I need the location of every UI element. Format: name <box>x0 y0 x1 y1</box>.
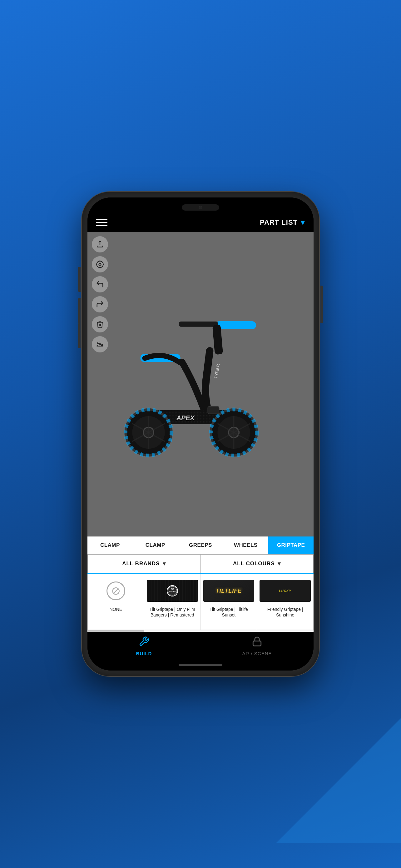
svg-rect-11 <box>179 321 218 327</box>
redo-button[interactable] <box>92 296 108 312</box>
tab-clamp2[interactable]: CLAMP <box>133 536 178 554</box>
hamburger-line-3 <box>96 225 107 226</box>
friendly-brand-text: LUCKY <box>279 589 291 593</box>
product-tilt-film-image-area: TILT SCOOTERS <box>147 578 198 603</box>
hamburger-line-1 <box>96 219 107 220</box>
home-indicator <box>179 664 222 666</box>
svg-text:APEX: APEX <box>176 414 195 422</box>
tilt-film-badge: TILT SCOOTERS <box>167 585 178 596</box>
part-list-label: PART LIST <box>260 218 298 226</box>
parts-tabs: CLAMP CLAMP GREEPS WHEELS GRIPTAPE <box>88 536 313 554</box>
target-button[interactable] <box>92 256 108 273</box>
phone-device: PART LIST ▾ <box>82 192 319 676</box>
friendly-image: LUCKY <box>260 580 311 602</box>
svg-rect-9 <box>215 321 256 329</box>
part-list-chevron: ▾ <box>301 218 305 227</box>
scroll-thumb <box>88 630 144 631</box>
tab-greeps[interactable]: GREEPS <box>178 536 223 554</box>
bottom-navigation: BUILD AR / SCENE <box>88 632 313 659</box>
svg-point-1 <box>99 264 101 266</box>
tab-clamp1[interactable]: CLAMP <box>88 536 133 554</box>
camera-dot <box>199 206 202 209</box>
share-button[interactable] <box>92 236 108 252</box>
product-tilt-sunset-image-area: TILTLIFE <box>203 578 255 603</box>
hamburger-line-2 <box>96 222 107 223</box>
tiltlife-brand-text: TILTLIFE <box>216 588 242 594</box>
scroll-track <box>88 630 313 631</box>
part-list-button[interactable]: PART LIST ▾ <box>260 218 305 227</box>
tilt-sunset-image: TILTLIFE <box>203 580 255 602</box>
scale-button[interactable] <box>92 336 108 352</box>
nav-ar-scene[interactable]: AR / SCENE <box>201 636 313 656</box>
product-tilt-sunset[interactable]: TILTLIFE Tilt Griptape | Tiltlife Sunset <box>201 574 257 630</box>
product-friendly-image-area: LUCKY <box>260 578 311 603</box>
svg-rect-27 <box>208 406 219 414</box>
product-none-image-area: ⊘ <box>90 578 141 603</box>
product-none[interactable]: ⊘ NONE <box>88 574 144 630</box>
brands-chevron-icon: ▾ <box>163 560 166 567</box>
notch-pill <box>182 204 219 211</box>
scooter-viewport[interactable]: APEX TYPE R <box>88 232 313 536</box>
nav-build[interactable]: BUILD <box>88 636 201 656</box>
none-icon: ⊘ <box>106 582 125 600</box>
product-none-label: NONE <box>110 607 122 612</box>
tab-griptape[interactable]: GRIPTAPE <box>268 536 313 554</box>
svg-text:SCOOTERS: SCOOTERS <box>169 591 176 592</box>
phone-screen: PART LIST ▾ <box>88 197 313 671</box>
colours-chevron-icon: ▾ <box>278 560 281 567</box>
filter-row: ALL BRANDS ▾ ALL COLOURS ▾ <box>88 554 313 574</box>
build-icon <box>139 636 149 649</box>
scooter-image: APEX TYPE R <box>88 232 313 536</box>
product-tilt-film[interactable]: TILT SCOOTERS Tilt Griptape | Only Film … <box>144 574 201 630</box>
svg-text:TILT: TILT <box>171 588 174 590</box>
svg-rect-37 <box>253 641 261 646</box>
page-wrapper: PART LIST ▾ <box>0 0 401 868</box>
undo-button[interactable] <box>92 276 108 292</box>
brands-filter-label: ALL BRANDS <box>122 561 160 567</box>
product-friendly-label: Friendly Griptape | Sunshine <box>260 607 311 618</box>
brands-filter-button[interactable]: ALL BRANDS ▾ <box>88 554 201 573</box>
delete-button[interactable] <box>92 316 108 333</box>
ar-scene-icon <box>252 636 262 649</box>
tab-wheels[interactable]: WHEELS <box>223 536 268 554</box>
product-tilt-film-label: Tilt Griptape | Only Film Bangers | Rema… <box>147 607 198 618</box>
svg-point-0 <box>97 261 103 268</box>
phone-notch <box>88 197 313 213</box>
app-header: PART LIST ▾ <box>88 213 313 232</box>
nav-ar-label: AR / SCENE <box>242 651 272 656</box>
product-friendly-sunshine[interactable]: LUCKY Friendly Griptape | Sunshine <box>257 574 313 630</box>
phone-home-area <box>88 659 313 671</box>
tilt-film-image: TILT SCOOTERS <box>147 580 198 602</box>
products-grid: ⊘ NONE TILT SCOOTERS <box>88 574 313 630</box>
colours-filter-label: ALL COLOURS <box>233 561 274 567</box>
left-toolbar <box>92 236 108 352</box>
colours-filter-button[interactable]: ALL COLOURS ▾ <box>201 554 314 573</box>
svg-text:TYPE R: TYPE R <box>213 363 221 379</box>
menu-button[interactable] <box>96 219 107 226</box>
product-tilt-sunset-label: Tilt Griptape | Tiltlife Sunset <box>203 607 255 618</box>
nav-build-label: BUILD <box>136 651 152 656</box>
